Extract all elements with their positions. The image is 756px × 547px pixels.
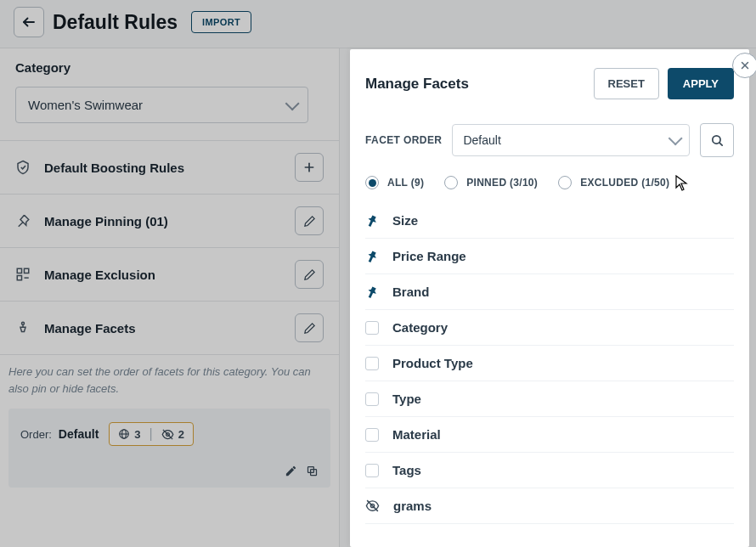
globe-icon xyxy=(118,428,130,440)
manage-facets-panel: Manage Facets RESET APPLY FACET ORDER De… xyxy=(350,49,749,547)
order-card: Order: Default 3 | 2 xyxy=(8,409,330,488)
category-value: Women's Swimwear xyxy=(28,98,143,112)
facet-label: Price Range xyxy=(392,249,466,263)
facet-order-select[interactable]: Default xyxy=(452,124,690,156)
facet-label: Type xyxy=(392,392,421,406)
reset-button[interactable]: RESET xyxy=(594,68,659,99)
pin-icon xyxy=(365,285,379,299)
filter-row: ALL (9) PINNED (3/10) EXCLUDED (1/50) xyxy=(350,172,749,198)
chevron-down-icon xyxy=(285,96,300,110)
pencil-icon xyxy=(285,465,297,477)
cursor-icon xyxy=(675,175,689,192)
order-badges: 3 | 2 xyxy=(109,422,194,446)
exclusion-label: Manage Exclusion xyxy=(44,268,155,282)
left-column: Category Women's Swimwear Default Boosti… xyxy=(0,48,340,547)
checkbox[interactable] xyxy=(365,357,379,370)
filter-excluded[interactable]: EXCLUDED (1/50) xyxy=(558,176,669,189)
radio-checked-icon xyxy=(365,176,379,189)
copy-order-button[interactable] xyxy=(306,465,319,477)
row-pinning: Manage Pinning (01) xyxy=(0,195,339,248)
facet-label: Category xyxy=(392,320,448,335)
facets-label: Manage Facets xyxy=(44,321,136,336)
arrow-left-icon xyxy=(21,14,37,30)
shield-icon xyxy=(15,160,31,175)
eye-off-icon xyxy=(365,499,380,513)
filter-icon xyxy=(15,320,31,336)
facet-label: Size xyxy=(392,213,418,228)
edit-order-button[interactable] xyxy=(285,465,297,477)
panel-title: Manage Facets xyxy=(365,76,469,93)
topbar: Default Rules IMPORT xyxy=(0,0,756,48)
row-facets: Manage Facets xyxy=(0,302,339,355)
facet-label: Material xyxy=(392,427,441,442)
facet-label: grams xyxy=(393,499,432,513)
edit-pinning-button[interactable] xyxy=(295,206,324,235)
page-title: Default Rules xyxy=(53,11,178,34)
facet-item[interactable]: Size xyxy=(365,203,734,239)
pinning-label: Manage Pinning (01) xyxy=(44,214,168,228)
edit-facets-button[interactable] xyxy=(295,313,324,342)
checkbox[interactable] xyxy=(365,464,379,477)
facet-item[interactable]: grams xyxy=(365,488,734,524)
add-boosting-button[interactable] xyxy=(295,153,324,182)
facet-item[interactable]: Tags xyxy=(365,453,734,488)
filter-all[interactable]: ALL (9) xyxy=(365,176,424,189)
edit-icon xyxy=(303,215,316,228)
edit-exclusion-button[interactable] xyxy=(295,260,324,289)
search-facets-button[interactable] xyxy=(700,123,734,157)
pinned-count-badge: 3 xyxy=(118,428,140,441)
svg-rect-5 xyxy=(17,276,21,280)
facet-item[interactable]: Price Range xyxy=(365,239,734,274)
back-button[interactable] xyxy=(14,7,44,37)
facet-item[interactable]: Material xyxy=(365,417,734,453)
pin-outline-icon xyxy=(15,213,31,228)
apply-button[interactable]: APPLY xyxy=(668,68,734,99)
checkbox[interactable] xyxy=(365,321,379,335)
facet-item[interactable]: Category xyxy=(365,310,734,346)
radio-icon xyxy=(444,176,458,189)
copy-icon xyxy=(306,465,319,477)
close-icon xyxy=(740,60,750,70)
eye-off-icon xyxy=(161,428,174,441)
close-panel-button[interactable] xyxy=(732,53,756,78)
facet-item[interactable]: Brand xyxy=(365,274,734,310)
facet-item[interactable]: Type xyxy=(365,381,734,417)
row-boosting: Default Boosting Rules xyxy=(0,141,339,195)
facet-label: Brand xyxy=(392,285,429,299)
facet-item[interactable]: Product Type xyxy=(365,346,734,381)
facet-order-label: FACET ORDER xyxy=(365,134,442,146)
facet-list: SizePrice RangeBrandCategoryProduct Type… xyxy=(350,198,749,547)
category-select[interactable]: Women's Swimwear xyxy=(15,87,308,123)
facets-description: Here you can set the order of facets for… xyxy=(0,355,339,409)
edit-icon xyxy=(303,268,316,281)
edit-icon xyxy=(303,322,316,335)
order-value: Default xyxy=(59,427,99,441)
pin-icon xyxy=(365,214,379,228)
checkbox[interactable] xyxy=(365,428,379,442)
svg-line-19 xyxy=(719,142,721,144)
category-label: Category xyxy=(15,60,324,75)
facet-order-value: Default xyxy=(463,133,500,147)
svg-rect-3 xyxy=(17,268,21,273)
facet-label: Tags xyxy=(392,463,421,477)
filter-pinned[interactable]: PINNED (3/10) xyxy=(444,176,538,189)
plus-icon xyxy=(302,161,316,174)
exclusion-icon xyxy=(15,267,31,282)
svg-point-7 xyxy=(22,322,25,324)
pin-icon xyxy=(365,250,379,263)
checkbox[interactable] xyxy=(365,392,379,406)
facet-label: Product Type xyxy=(392,356,473,370)
row-exclusion: Manage Exclusion xyxy=(0,248,339,302)
radio-icon xyxy=(558,176,572,189)
svg-rect-4 xyxy=(25,268,29,273)
search-icon xyxy=(710,133,725,148)
chevron-down-icon xyxy=(669,131,683,145)
boosting-label: Default Boosting Rules xyxy=(44,161,184,175)
order-label: Order: xyxy=(20,428,52,441)
import-button[interactable]: IMPORT xyxy=(191,11,251,33)
hidden-count-badge: 2 xyxy=(161,428,184,441)
